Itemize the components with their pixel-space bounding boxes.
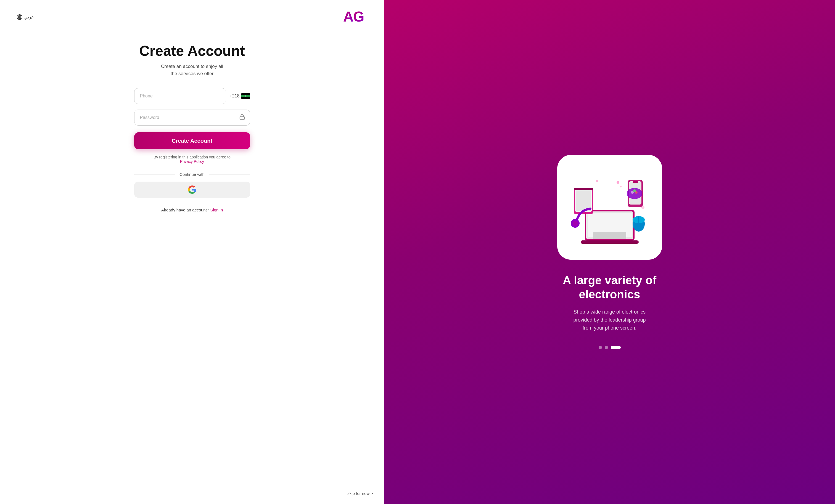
language-label: عربي [24, 15, 34, 20]
divider-left [134, 174, 175, 174]
libya-flag [241, 93, 250, 99]
dots-row [599, 346, 621, 349]
password-input[interactable] [134, 110, 250, 126]
svg-point-22 [572, 220, 578, 226]
phone-input-wrapper [134, 88, 226, 104]
slide-title: A large variety of electronics [563, 274, 656, 301]
lock-icon[interactable] [239, 114, 245, 122]
svg-rect-15 [576, 190, 591, 211]
page-title: Create Account [139, 42, 245, 59]
google-icon [188, 186, 196, 194]
flag-stripe-green [241, 95, 250, 97]
svg-point-33 [641, 206, 645, 209]
divider-right [209, 174, 250, 174]
country-selector[interactable]: +218 [229, 93, 250, 99]
form-section: Create Account Create an account to enjo… [134, 42, 250, 212]
svg-rect-12 [593, 232, 626, 239]
skip-row[interactable]: skip for now > [347, 491, 373, 496]
left-panel: عربي A G [0, 0, 384, 504]
dot-3[interactable] [611, 346, 621, 349]
language-button[interactable]: عربي [17, 14, 34, 20]
globe-icon [17, 14, 23, 20]
logo-text: A G [343, 8, 368, 26]
svg-point-29 [633, 189, 636, 192]
phone-input[interactable] [134, 88, 226, 104]
dot-2[interactable] [605, 346, 608, 349]
divider-row: Continue with [134, 172, 250, 177]
password-wrapper [134, 110, 250, 126]
flag-stripe-black-bottom [241, 97, 250, 99]
signin-link[interactable]: Sign in [210, 208, 223, 212]
svg-rect-11 [581, 240, 639, 244]
svg-point-32 [596, 180, 598, 182]
signin-row: Already have an account? Sign in [161, 208, 223, 212]
privacy-policy-link[interactable]: Privacy Policy [180, 159, 204, 164]
electronics-illustration [568, 166, 651, 249]
svg-text:A: A [343, 8, 353, 23]
terms-text: By registering in this application you a… [154, 155, 230, 164]
country-code: +218 [229, 93, 239, 99]
svg-point-31 [620, 186, 622, 187]
dot-1[interactable] [599, 346, 602, 349]
svg-rect-20 [633, 181, 638, 183]
svg-point-30 [616, 181, 619, 184]
page-subtitle: Create an account to enjoy all the servi… [161, 63, 223, 77]
top-bar: عربي A G [17, 8, 368, 26]
svg-rect-7 [240, 117, 244, 120]
google-signin-button[interactable] [134, 182, 250, 197]
skip-arrow: > [370, 491, 373, 496]
create-account-button[interactable]: Create Account [134, 132, 250, 149]
logo: A G [343, 8, 368, 26]
skip-label: skip for now [347, 491, 369, 496]
svg-rect-16 [574, 188, 593, 190]
phone-row: +218 [134, 88, 250, 104]
divider-label: Continue with [180, 172, 205, 177]
svg-point-27 [631, 191, 634, 194]
illustration-card [557, 155, 662, 260]
right-panel: A large variety of electronics Shop a wi… [384, 0, 835, 504]
slide-description: Shop a wide range of electronics provide… [573, 308, 646, 332]
